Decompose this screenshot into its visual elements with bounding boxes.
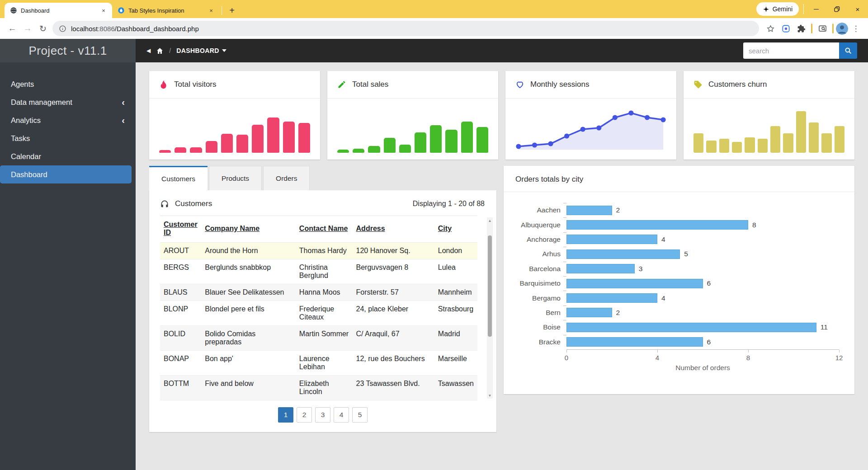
table-row-bergs[interactable]: BERGSBerglunds snabbkopChristina Berglun… <box>160 259 477 284</box>
table-row-arout[interactable]: AROUTAround the HornThomas Hardy120 Hano… <box>160 243 477 259</box>
column-header-customer-id[interactable]: Customer ID <box>160 216 201 243</box>
bookmark-star-icon[interactable] <box>763 21 778 36</box>
bar[interactable] <box>566 293 657 303</box>
site-info-icon[interactable] <box>59 25 66 33</box>
pencil-icon <box>337 80 346 89</box>
table-cell: BLAUS <box>160 284 201 301</box>
sidebar-item-calendar[interactable]: Calendar <box>0 147 136 165</box>
bar[interactable] <box>566 279 703 288</box>
table-cell: BOTTM <box>160 376 201 400</box>
forward-icon[interactable]: → <box>20 21 35 36</box>
window-controls-separator <box>803 4 804 14</box>
sidebar-item-label: Analytics <box>11 116 41 125</box>
extensions-icon[interactable] <box>793 21 809 36</box>
bar[interactable] <box>566 206 612 215</box>
table-cell: Forsterstr. 57 <box>353 284 434 301</box>
bar-value-label: 4 <box>661 294 665 302</box>
bar[interactable] <box>566 264 635 273</box>
category-label: Bern <box>511 309 566 317</box>
search-button[interactable] <box>839 42 857 59</box>
table-scrollbar[interactable]: ▲ ▼ <box>487 217 493 399</box>
bar-track: 3 <box>566 262 839 276</box>
profile-avatar[interactable] <box>836 23 848 35</box>
sidebar-item-dashboard[interactable]: Dashboard <box>0 165 132 183</box>
page-button-5[interactable]: 5 <box>352 407 368 423</box>
gemini-button[interactable]: Gemini <box>756 2 799 16</box>
bar[interactable] <box>566 220 748 230</box>
sidebar-item-label: Data management <box>11 98 72 107</box>
table-row-blonp[interactable]: BLONPBlondel pere et filsFrederique Cite… <box>160 301 477 326</box>
chevron-collapse-icon: ‹ <box>122 116 125 125</box>
new-tab-button[interactable]: + <box>226 4 238 17</box>
category-label: Barcelona <box>511 265 566 273</box>
page-button-4[interactable]: 4 <box>334 407 349 423</box>
orders-bar-row: Bergamo4 <box>511 291 839 305</box>
orders-bar-row: Barcelona3 <box>511 262 839 276</box>
bar-value-label: 6 <box>707 279 711 287</box>
search-input[interactable] <box>743 42 839 59</box>
chevron-down-icon <box>222 49 226 52</box>
tab-orders[interactable]: Orders <box>263 166 310 190</box>
bar[interactable] <box>566 235 657 244</box>
axis-tick <box>566 350 567 352</box>
sidebar-item-data-management[interactable]: Data management‹ <box>0 93 136 111</box>
tab-products[interactable]: Products <box>209 166 262 190</box>
minimize-button[interactable] <box>806 0 826 18</box>
globe-favicon-icon <box>10 7 17 14</box>
axis-tick-label: 12 <box>835 354 843 362</box>
table-cell: Elizabeth Lincoln <box>296 376 353 400</box>
menu-kebab-icon[interactable]: ⋮ <box>848 21 863 36</box>
sidebar-item-analytics[interactable]: Analytics‹ <box>0 111 136 129</box>
bar-track: 4 <box>566 291 839 305</box>
mini-bar <box>353 149 364 153</box>
back-icon[interactable]: ← <box>5 21 20 36</box>
tab-customers[interactable]: Customers <box>149 166 208 190</box>
mini-bar <box>298 123 310 153</box>
bar[interactable] <box>566 323 816 332</box>
scroll-up-icon[interactable]: ▲ <box>488 217 492 224</box>
column-header-address[interactable]: Address <box>353 216 434 243</box>
table-cell: 12, rue des Bouchers <box>353 351 434 376</box>
close-window-button[interactable]: × <box>847 0 868 18</box>
table-row-blaus[interactable]: BLAUSBlauer See DelikatessenHanna MoosFo… <box>160 284 477 301</box>
page-button-3[interactable]: 3 <box>315 407 330 423</box>
close-tab-icon[interactable]: × <box>99 6 108 14</box>
page-button-2[interactable]: 2 <box>297 407 312 423</box>
table-row-bottm[interactable]: BOTTMFive and belowElizabeth Lincoln23 T… <box>160 376 477 400</box>
restore-button[interactable] <box>826 0 847 18</box>
bar-track: 2 <box>566 203 839 217</box>
column-header-company-name[interactable]: Company Name <box>201 216 296 243</box>
orders-chart-title: Orders totals by city <box>504 166 854 192</box>
sidebar-nav: AgentsData management‹Analytics‹TasksCal… <box>0 62 136 183</box>
search-tabs-icon[interactable] <box>815 21 830 36</box>
category-label: Barquisimeto <box>511 279 566 287</box>
column-header-contact-name[interactable]: Contact Name <box>296 216 353 243</box>
bar-value-label: 3 <box>639 265 643 273</box>
home-icon[interactable] <box>156 47 164 55</box>
table-cell: Bolido Comidas preparadas <box>201 326 296 351</box>
browser-tab-inspiration[interactable]: Tab Styles Inspiration × <box>112 3 220 18</box>
reload-icon[interactable]: ↻ <box>35 21 51 36</box>
sidebar-item-tasks[interactable]: Tasks <box>0 129 136 147</box>
close-tab-icon[interactable]: × <box>207 6 215 14</box>
page-button-1[interactable]: 1 <box>278 407 293 423</box>
table-row-bolid[interactable]: BOLIDBolido Comidas preparadasMartin Som… <box>160 326 477 351</box>
tag-icon <box>693 80 703 89</box>
sidebar-item-agents[interactable]: Agents <box>0 75 136 93</box>
bar[interactable] <box>566 337 703 347</box>
bar[interactable] <box>566 249 680 259</box>
browser-tab-dashboard[interactable]: Dashboard × <box>5 3 112 18</box>
address-bar[interactable]: localhost:8086/Dashboard_dashboard.php <box>52 21 759 36</box>
breadcrumb[interactable]: DASHBOARD <box>176 47 226 54</box>
table-row-bonap[interactable]: BONAPBon app'Laurence Lebihan12, rue des… <box>160 351 477 376</box>
table-cell: Marseille <box>434 351 477 376</box>
bar[interactable] <box>566 308 612 317</box>
tab-media-icon[interactable] <box>778 21 793 36</box>
sidebar: Project - v11.1 AgentsData management‹An… <box>0 39 136 470</box>
scroll-down-icon[interactable]: ▼ <box>488 392 492 399</box>
navbar-back-icon[interactable]: ◀ <box>146 47 151 54</box>
column-header-city[interactable]: City <box>434 216 477 243</box>
scrollbar-thumb[interactable] <box>488 235 492 337</box>
bar-track: 6 <box>566 276 839 291</box>
card-customers-churn: Customers churn <box>684 71 854 160</box>
